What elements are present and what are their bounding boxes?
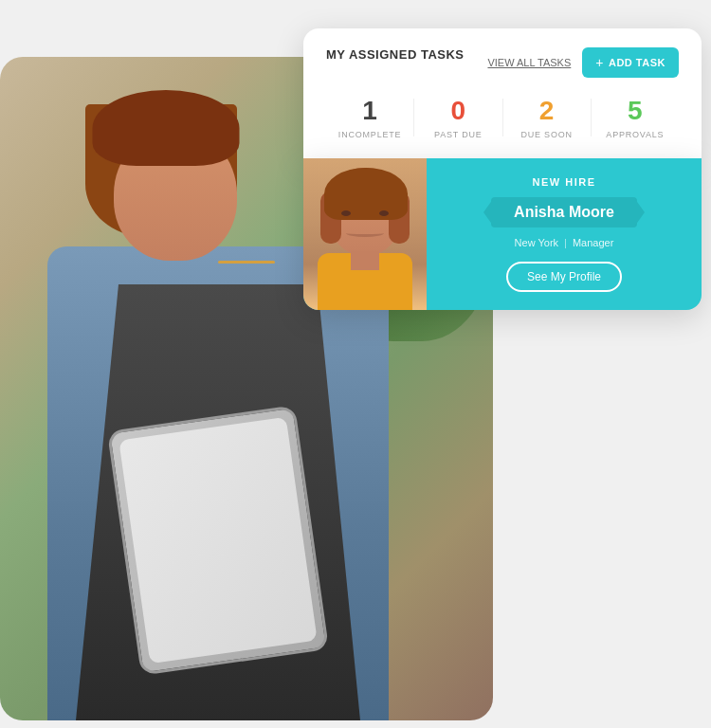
- newhire-label: NEW HIRE: [533, 176, 596, 188]
- newhire-card: NEW HIRE Anisha Moore New York | Manager…: [303, 158, 702, 310]
- newhire-name-banner: Anisha Moore: [491, 197, 637, 228]
- person-hair-top: [93, 90, 240, 166]
- view-all-tasks-link[interactable]: VIEW ALL TASKS: [487, 57, 571, 68]
- add-task-label: ADD TASK: [609, 57, 665, 68]
- person-necklace: [218, 261, 275, 264]
- stat-pastdue-value: 0: [414, 97, 501, 126]
- avatar-eye-right: [379, 210, 389, 216]
- newhire-location: New York: [515, 237, 558, 248]
- stat-past-due: 0 PAST DUE: [414, 97, 501, 139]
- cards-container: MY ASSIGNED TASKS VIEW ALL TASKS + ADD T…: [303, 28, 702, 310]
- avatar-eye-left: [341, 210, 351, 216]
- tablet-screen: [118, 417, 317, 664]
- add-task-button[interactable]: + ADD TASK: [582, 47, 679, 78]
- stat-due-soon: 2 DUE SOON: [503, 97, 591, 139]
- meta-divider: |: [564, 237, 567, 248]
- tasks-stats: 1 INCOMPLETE 0 PAST DUE 2 DUE SOON 5 APP…: [326, 97, 679, 139]
- tasks-header: MY ASSIGNED TASKS VIEW ALL TASKS + ADD T…: [326, 47, 679, 78]
- newhire-role: Manager: [573, 237, 613, 248]
- stat-incomplete-label: INCOMPLETE: [326, 130, 413, 139]
- see-profile-label: See My Profile: [527, 270, 601, 283]
- stat-approvals-label: APPROVALS: [592, 130, 679, 139]
- newhire-photo: [303, 158, 427, 310]
- see-profile-button[interactable]: See My Profile: [506, 262, 622, 292]
- stat-duesoon-label: DUE SOON: [503, 130, 591, 139]
- newhire-meta: New York | Manager: [515, 237, 614, 248]
- newhire-name: Anisha Moore: [514, 204, 614, 220]
- scene: MY ASSIGNED TASKS VIEW ALL TASKS + ADD T…: [0, 0, 711, 728]
- stat-approvals: 5 APPROVALS: [592, 97, 679, 139]
- stat-duesoon-value: 2: [503, 97, 591, 126]
- tasks-title: MY ASSIGNED TASKS: [326, 47, 465, 64]
- stat-incomplete: 1 INCOMPLETE: [326, 97, 413, 139]
- tablet: [107, 405, 329, 675]
- newhire-info: NEW HIRE Anisha Moore New York | Manager…: [427, 158, 702, 310]
- avatar-neck: [351, 251, 379, 270]
- plus-icon: +: [595, 55, 604, 70]
- tasks-card: MY ASSIGNED TASKS VIEW ALL TASKS + ADD T…: [303, 28, 702, 158]
- avatar-hair-front: [324, 168, 408, 220]
- tasks-actions: VIEW ALL TASKS + ADD TASK: [487, 47, 679, 78]
- avatar-smile: [346, 229, 384, 237]
- stat-incomplete-value: 1: [326, 97, 413, 126]
- stat-pastdue-label: PAST DUE: [414, 130, 501, 139]
- stat-approvals-value: 5: [592, 97, 679, 126]
